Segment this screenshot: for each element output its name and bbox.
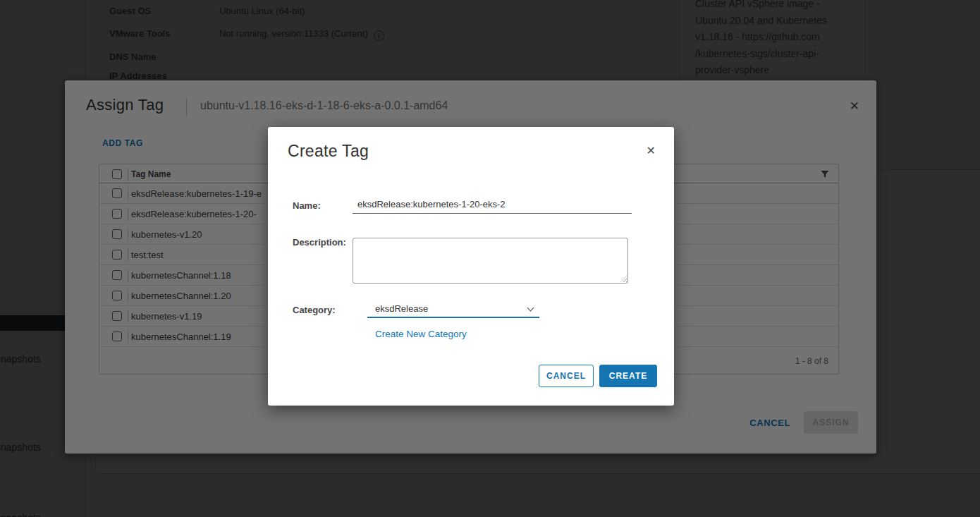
- create-tag-modal: Create Tag ✕ Name: Description: Category…: [268, 127, 674, 406]
- create-modal-cancel-button[interactable]: CANCEL: [539, 365, 594, 387]
- category-label: Category:: [293, 305, 336, 315]
- category-selected-value: eksdRelease: [375, 303, 428, 314]
- category-select[interactable]: eksdRelease: [367, 300, 539, 318]
- description-textarea[interactable]: [353, 238, 628, 284]
- close-icon[interactable]: ✕: [647, 145, 656, 157]
- description-label: Description:: [293, 237, 346, 248]
- create-modal-title: Create Tag: [288, 142, 369, 161]
- create-new-category-link[interactable]: Create New Category: [375, 329, 467, 339]
- name-input[interactable]: [353, 196, 632, 214]
- name-label: Name:: [293, 200, 321, 211]
- chevron-down-icon: [527, 305, 534, 312]
- create-button[interactable]: CREATE: [599, 365, 657, 387]
